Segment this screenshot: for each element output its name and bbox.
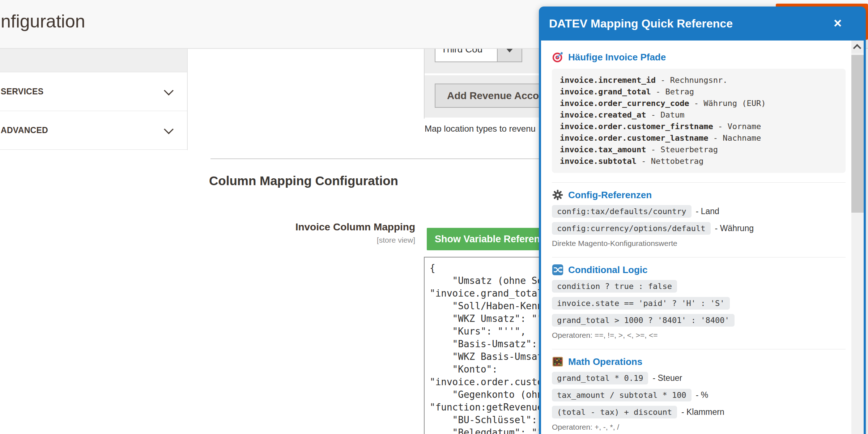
panel-title: DATEV Mapping Quick Reference bbox=[549, 17, 733, 30]
reference-pill-row: config:tax/defaults/country- Land bbox=[552, 205, 846, 218]
code-pill: (total - tax) + discount bbox=[552, 406, 677, 418]
panel-section-heading: Conditional Logic bbox=[552, 264, 846, 276]
reference-pill-row: condition ? true : false bbox=[552, 280, 846, 293]
code-reference-line: invoice.grand_total - Betrag bbox=[560, 86, 838, 98]
section-note: Operatoren: ==, !=, >, <, >=, <= bbox=[552, 331, 846, 340]
close-icon[interactable]: × bbox=[830, 15, 846, 31]
code-description: - Betrag bbox=[651, 87, 694, 96]
panel-section-divider bbox=[552, 349, 846, 349]
code-pill: grand_total > 1000 ? '8401' : '8400' bbox=[552, 314, 735, 327]
sidebar-item-label: SERVICES bbox=[0, 87, 43, 97]
scrollbar-thumb[interactable] bbox=[851, 55, 864, 213]
panel-section-title: Config-Referenzen bbox=[568, 190, 652, 201]
scroll-up-arrow-icon[interactable] bbox=[851, 41, 864, 53]
reference-pill-row: grand_total * 0.19- Steuer bbox=[552, 372, 846, 384]
code-reference-line: invoice.created_at - Datum bbox=[560, 109, 838, 121]
code-reference-line: invoice.order.customer_firstname - Vorna… bbox=[560, 121, 838, 132]
sidebar-top-block bbox=[0, 48, 187, 72]
pill-description: - Land bbox=[696, 207, 719, 216]
panel-section-heading: Häufige Invoice Pfade bbox=[552, 51, 846, 63]
code-reference-line: invoice.order_currency_code - Währung (E… bbox=[560, 98, 838, 109]
pill-description: - % bbox=[696, 390, 709, 400]
code-description: - Nachname bbox=[709, 133, 761, 142]
field-comment: Map location types to revenu bbox=[425, 124, 536, 134]
code-path: invoice.created_at bbox=[560, 110, 646, 119]
sidebar-item-services[interactable]: SERVICES bbox=[0, 72, 187, 111]
panel-section-divider bbox=[552, 257, 846, 258]
panel-section-title: Häufige Invoice Pfade bbox=[568, 52, 666, 63]
pill-description: - Klammern bbox=[681, 407, 724, 417]
config-nav-sidebar: SERVICES ADVANCED bbox=[0, 48, 188, 150]
code-reference-line: invoice.tax_amount - Steuerbetrag bbox=[560, 144, 838, 156]
reference-pill-row: (total - tax) + discount- Klammern bbox=[552, 406, 846, 418]
section-note: Operatoren: +, -, *, / bbox=[552, 423, 846, 431]
section-divider bbox=[210, 158, 543, 159]
code-description: - Währung (EUR) bbox=[689, 99, 766, 108]
panel-section-heading: Math Operations bbox=[552, 356, 846, 367]
gear-icon bbox=[552, 189, 563, 201]
page-title: nfiguration bbox=[1, 9, 85, 33]
pill-description: - Steuer bbox=[652, 373, 682, 383]
datev-quick-reference-panel: DATEV Mapping Quick Reference × Häufige … bbox=[539, 7, 866, 434]
code-path: invoice.order.customer_firstname bbox=[560, 122, 713, 131]
reference-pill-row: grand_total > 1000 ? '8401' : '8400' bbox=[552, 314, 846, 327]
invoice-paths-code-block: invoice.increment_id - Rechnungsnr.invoi… bbox=[552, 69, 846, 173]
field-label: Invoice Column Mapping bbox=[231, 221, 415, 233]
code-path: invoice.grand_total bbox=[560, 87, 651, 96]
code-description: - Steuerbetrag bbox=[646, 145, 718, 154]
panel-body: Häufige Invoice Pfadeinvoice.increment_i… bbox=[541, 41, 864, 434]
column-mapping-heading: Column Mapping Configuration bbox=[209, 174, 398, 188]
code-pill: grand_total * 0.19 bbox=[552, 372, 648, 384]
panel-section-title: Conditional Logic bbox=[568, 264, 648, 276]
reference-pill-row: config:currency/options/default- Währung bbox=[552, 222, 846, 235]
panel-header: DATEV Mapping Quick Reference × bbox=[539, 7, 866, 41]
abacus-icon bbox=[552, 356, 563, 367]
code-description: - Nettobetrag bbox=[637, 157, 703, 166]
code-pill: config:tax/defaults/country bbox=[552, 205, 692, 218]
code-pill: tax_amount / subtotal * 100 bbox=[552, 389, 692, 401]
pill-description: - Währung bbox=[715, 224, 754, 233]
code-reference-line: invoice.order.customer_lastname - Nachna… bbox=[560, 132, 838, 144]
reference-pill-row: invoice.state == 'paid' ? 'H' : 'S' bbox=[552, 297, 846, 310]
panel-section-heading: Config-Referenzen bbox=[552, 189, 846, 201]
target-icon bbox=[552, 51, 563, 63]
panel-section-divider bbox=[552, 182, 846, 183]
code-pill: config:currency/options/default bbox=[552, 222, 711, 235]
code-path: invoice.tax_amount bbox=[560, 145, 646, 154]
chevron-down-icon bbox=[165, 86, 173, 94]
field-scope-label: [store view] bbox=[231, 236, 415, 244]
code-path: invoice.order_currency_code bbox=[560, 99, 689, 108]
chevron-down-icon bbox=[165, 124, 173, 132]
invoice-column-mapping-label-wrap: Invoice Column Mapping [store view] bbox=[231, 221, 415, 244]
panel-scrollbar[interactable] bbox=[851, 41, 864, 434]
shuffle-icon bbox=[552, 264, 563, 276]
code-pill: invoice.state == 'paid' ? 'H' : 'S' bbox=[552, 297, 730, 310]
reference-pill-row: tax_amount / subtotal * 100- % bbox=[552, 389, 846, 401]
code-description: - Datum bbox=[646, 110, 684, 119]
code-description: - Rechnungsnr. bbox=[656, 76, 728, 85]
code-reference-line: invoice.subtotal - Nettobetrag bbox=[560, 156, 838, 167]
code-pill: condition ? true : false bbox=[552, 280, 677, 293]
code-description: - Vorname bbox=[713, 122, 761, 131]
code-path: invoice.increment_id bbox=[560, 76, 656, 85]
sidebar-item-advanced[interactable]: ADVANCED bbox=[0, 111, 187, 150]
code-path: invoice.subtotal bbox=[560, 157, 637, 166]
panel-content: Häufige Invoice Pfadeinvoice.increment_i… bbox=[541, 41, 851, 434]
panel-section-title: Math Operations bbox=[568, 356, 642, 367]
code-path: invoice.order.customer_lastname bbox=[560, 133, 709, 142]
section-note: Direkte Magento-Konfigurationswerte bbox=[552, 239, 846, 248]
sidebar-item-label: ADVANCED bbox=[0, 125, 48, 135]
code-reference-line: invoice.increment_id - Rechnungsnr. bbox=[560, 75, 838, 86]
